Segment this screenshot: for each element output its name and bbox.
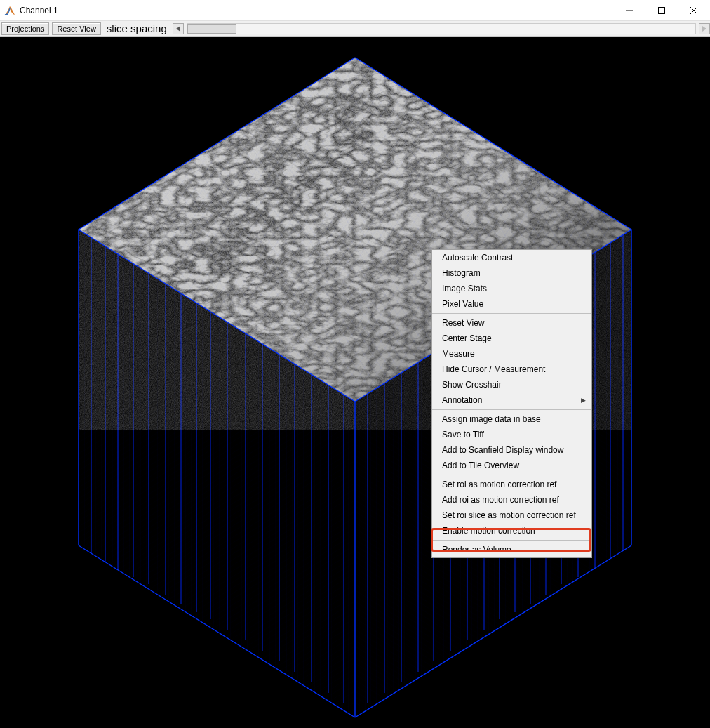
scroll-thumb[interactable] <box>187 24 236 34</box>
slice-spacing-label: slice spacing <box>104 22 170 34</box>
ctx-assign-image-data[interactable]: Assign image data in base <box>432 411 591 427</box>
projections-button[interactable]: Projections <box>1 22 49 35</box>
triangle-right-icon <box>702 26 706 32</box>
scroll-right-button[interactable] <box>699 23 710 34</box>
titlebar-left: Channel 1 <box>4 5 58 16</box>
ctx-item-label: Enable motion correction <box>442 526 535 536</box>
ctx-separator <box>432 475 591 475</box>
ctx-item-label: Center Stage <box>442 333 492 343</box>
svg-marker-4 <box>176 26 180 32</box>
viewport-3d[interactable]: Autoscale ContrastHistogramImage StatsPi… <box>0 37 710 728</box>
submenu-arrow-icon: ▶ <box>581 397 586 404</box>
reset-view-button[interactable]: Reset View <box>52 22 100 35</box>
ctx-pixel-value[interactable]: Pixel Value <box>432 296 591 312</box>
minimize-button[interactable] <box>613 0 645 20</box>
titlebar: Channel 1 <box>0 0 710 21</box>
ctx-item-label: Add to Scanfield Display window <box>442 445 563 455</box>
ctx-add-scanfield[interactable]: Add to Scanfield Display window <box>432 442 591 458</box>
ctx-item-label: Image Stats <box>442 284 487 293</box>
toolbar: Projections Reset View slice spacing <box>0 21 710 37</box>
ctx-add-roi-motion[interactable]: Add roi as motion correction ref <box>432 492 591 508</box>
ctx-histogram[interactable]: Histogram <box>432 265 591 281</box>
ctx-image-stats[interactable]: Image Stats <box>432 281 591 296</box>
ctx-item-label: Set roi as motion correction ref <box>442 479 556 489</box>
ctx-separator <box>432 409 591 410</box>
ctx-item-label: Measure <box>442 349 475 359</box>
ctx-item-label: Annotation <box>442 395 482 405</box>
ctx-item-label: Assign image data in base <box>442 414 541 424</box>
svg-marker-5 <box>702 26 706 32</box>
ctx-item-label: Hide Cursor / Measurement <box>442 364 545 374</box>
ctx-reset-view[interactable]: Reset View <box>432 315 591 331</box>
slice-spacing-scrollbar[interactable] <box>187 23 696 34</box>
ctx-item-label: Reset View <box>442 318 484 328</box>
ctx-save-tiff[interactable]: Save to Tiff <box>432 427 591 442</box>
svg-rect-1 <box>659 7 665 13</box>
ctx-show-crosshair[interactable]: Show Crosshair <box>432 377 591 392</box>
scroll-left-button[interactable] <box>173 23 184 34</box>
ctx-measure[interactable]: Measure <box>432 346 591 362</box>
ctx-separator <box>432 313 591 314</box>
ctx-separator <box>432 540 591 541</box>
window-title: Channel 1 <box>20 6 58 15</box>
close-button[interactable] <box>678 0 710 20</box>
ctx-item-label: Render as Volume <box>442 545 511 555</box>
ctx-autoscale-contrast[interactable]: Autoscale Contrast <box>432 250 591 265</box>
ctx-hide-cursor[interactable]: Hide Cursor / Measurement <box>432 362 591 377</box>
ctx-item-label: Add to Tile Overview <box>442 461 519 470</box>
ctx-item-label: Histogram <box>442 268 481 278</box>
triangle-left-icon <box>176 26 180 32</box>
maximize-button[interactable] <box>645 0 678 20</box>
ctx-item-label: Show Crosshair <box>442 380 502 390</box>
ctx-set-roi-slice-motion[interactable]: Set roi slice as motion correction ref <box>432 508 591 523</box>
matlab-icon <box>4 5 15 16</box>
ctx-render-volume[interactable]: Render as Volume <box>432 542 591 557</box>
ctx-add-tile-overview[interactable]: Add to Tile Overview <box>432 458 591 473</box>
ctx-center-stage[interactable]: Center Stage <box>432 331 591 346</box>
ctx-item-label: Set roi slice as motion correction ref <box>442 510 576 520</box>
ctx-enable-motion[interactable]: Enable motion correction <box>432 523 591 538</box>
ctx-annotation[interactable]: Annotation▶ <box>432 392 591 408</box>
window-controls <box>613 0 710 20</box>
context-menu: Autoscale ContrastHistogramImage StatsPi… <box>431 249 592 558</box>
ctx-item-label: Save to Tiff <box>442 430 484 439</box>
ctx-item-label: Add roi as motion correction ref <box>442 495 559 505</box>
ctx-item-label: Autoscale Contrast <box>442 253 513 263</box>
ctx-set-roi-motion[interactable]: Set roi as motion correction ref <box>432 477 591 492</box>
ctx-item-label: Pixel Value <box>442 299 483 309</box>
volume-wireframe <box>0 37 710 728</box>
